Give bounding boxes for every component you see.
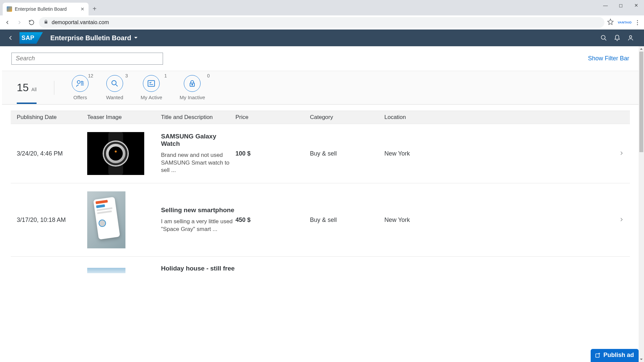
cell-category: Buy & sell — [310, 217, 384, 224]
tab-my-active-label: My Active — [141, 95, 162, 100]
cell-location: New York — [384, 150, 614, 157]
column-header-image: Teaser Image — [87, 114, 161, 121]
cell-image — [87, 191, 161, 248]
favicon-icon — [7, 6, 12, 12]
publish-ad-button[interactable]: Publish ad — [591, 349, 639, 362]
vertical-scrollbar[interactable] — [639, 46, 644, 362]
extension-badge[interactable]: VANTAIO — [618, 21, 632, 24]
publish-ad-label: Publish ad — [603, 352, 634, 359]
page-content: Show Filter Bar 15 All $ 12 Offers 3 Wan… — [0, 46, 644, 362]
tab-wanted[interactable]: 3 Wanted — [106, 75, 123, 100]
tab-all[interactable]: 15 All — [17, 81, 37, 104]
tab-all-count: 15 — [17, 81, 29, 94]
cell-date: 3/17/20, 10:18 AM — [17, 217, 87, 224]
listing-title: SAMSUNG Galaxy Watch — [161, 133, 235, 147]
shell-search-button[interactable] — [597, 31, 610, 45]
listing-title: Selling new smartphone — [161, 206, 235, 214]
publish-icon — [595, 352, 601, 358]
teaser-image-phone — [87, 191, 125, 248]
column-header-location: Location — [384, 114, 614, 121]
svg-point-1 — [630, 36, 632, 38]
table-row[interactable]: 3/17/20, 10:18 AM Selling new smartphone — [11, 183, 630, 257]
svg-point-0 — [601, 36, 605, 40]
column-header-date: Publishing Date — [17, 114, 87, 121]
svg-point-4 — [112, 80, 116, 85]
sap-logo[interactable]: SAP — [19, 32, 43, 44]
tab-my-inactive-count: 0 — [207, 73, 210, 78]
lock-icon — [44, 19, 48, 25]
browser-tab[interactable]: Enterprise Bulletin Board ✕ — [3, 3, 89, 15]
cell-title: Holiday house - still free — [161, 265, 235, 276]
window-close-button[interactable]: ✕ — [629, 0, 644, 11]
filter-bar: Show Filter Bar — [2, 46, 639, 71]
table-row[interactable]: 3/24/20, 4:46 PM SAMSUNG Galaxy Watch Br… — [11, 124, 630, 183]
bookmark-star-icon[interactable] — [607, 18, 614, 26]
cell-title: SAMSUNG Galaxy Watch Brand new and not u… — [161, 133, 235, 175]
browser-reload-button[interactable] — [27, 18, 36, 27]
tab-all-label: All — [32, 87, 37, 92]
listing-title: Holiday house - still free — [161, 265, 235, 272]
window-minimize-button[interactable]: — — [598, 0, 613, 11]
tab-my-active-count: 1 — [164, 73, 167, 78]
show-filter-bar-link[interactable]: Show Filter Bar — [588, 55, 629, 62]
svg-rect-8 — [596, 354, 599, 357]
shell-notifications-button[interactable] — [610, 31, 624, 45]
svg-text:$: $ — [81, 80, 83, 83]
shell-back-button[interactable] — [7, 34, 15, 42]
table-row[interactable]: Holiday house - still free — [11, 257, 630, 276]
tab-my-inactive-label: My Inactive — [179, 95, 205, 100]
sap-shell-header: SAP Enterprise Bulletin Board — [0, 29, 644, 46]
tab-my-inactive[interactable]: 0 My Inactive — [179, 75, 205, 100]
tab-title: Enterprise Bulletin Board — [15, 6, 67, 12]
scroll-down-icon[interactable] — [639, 357, 644, 362]
cell-price: 100 $ — [235, 150, 310, 157]
cell-location: New York — [384, 217, 614, 224]
chevron-down-icon — [134, 36, 138, 40]
cell-price: 450 $ — [235, 217, 310, 224]
column-header-price: Price — [235, 114, 310, 121]
window-controls: — ◻ ✕ — [598, 0, 644, 11]
lock-icon — [188, 79, 197, 88]
url-text: demoportal.vantaio.com — [52, 19, 109, 25]
icon-tab-bar: 15 All $ 12 Offers 3 Wanted 1 My Active — [2, 71, 639, 105]
url-field[interactable]: demoportal.vantaio.com — [39, 17, 604, 28]
tab-offers-count: 12 — [88, 73, 94, 78]
shell-title-dropdown[interactable]: Enterprise Bulletin Board — [50, 34, 138, 42]
table-header: Publishing Date Teaser Image Title and D… — [11, 111, 630, 124]
shell-title-text: Enterprise Bulletin Board — [50, 34, 131, 42]
browser-chrome: Enterprise Bulletin Board ✕ + — ◻ ✕ demo… — [0, 0, 644, 29]
new-tab-button[interactable]: + — [93, 5, 97, 13]
browser-menu-button[interactable] — [636, 19, 639, 26]
tab-wanted-label: Wanted — [106, 95, 123, 100]
cell-category: Buy & sell — [310, 150, 384, 157]
browser-forward-button[interactable] — [15, 18, 24, 27]
browser-back-button[interactable] — [3, 18, 12, 27]
tab-offers[interactable]: $ 12 Offers — [72, 75, 89, 100]
window-maximize-button[interactable]: ◻ — [613, 0, 629, 11]
search-input[interactable] — [11, 53, 163, 65]
shell-user-button[interactable] — [624, 31, 637, 45]
scroll-thumb[interactable] — [639, 52, 643, 152]
teaser-image-house — [87, 268, 125, 273]
tab-strip: Enterprise Bulletin Board ✕ + — ◻ ✕ — [0, 0, 644, 15]
tab-offers-label: Offers — [73, 95, 87, 100]
tab-close-icon[interactable]: ✕ — [80, 6, 85, 12]
checklist-icon — [147, 79, 156, 88]
listing-desc: I am selling a very little used "Space G… — [161, 218, 235, 233]
column-header-title: Title and Description — [161, 114, 235, 121]
row-nav-icon — [614, 150, 624, 157]
tab-separator — [54, 81, 54, 95]
listing-desc: Brand new and not used SAMSUNG Smart wat… — [161, 152, 235, 175]
svg-point-7 — [192, 84, 193, 85]
search-icon — [110, 79, 119, 88]
tab-my-active[interactable]: 1 My Active — [141, 75, 162, 100]
column-header-category: Category — [310, 114, 384, 121]
scroll-up-icon[interactable] — [639, 46, 644, 52]
offers-icon: $ — [76, 79, 85, 88]
svg-rect-5 — [148, 80, 155, 86]
cell-date: 3/24/20, 4:46 PM — [17, 150, 87, 157]
cell-image — [87, 268, 161, 273]
cell-image — [87, 132, 161, 175]
row-nav-icon — [614, 217, 624, 224]
tab-wanted-count: 3 — [125, 73, 128, 78]
